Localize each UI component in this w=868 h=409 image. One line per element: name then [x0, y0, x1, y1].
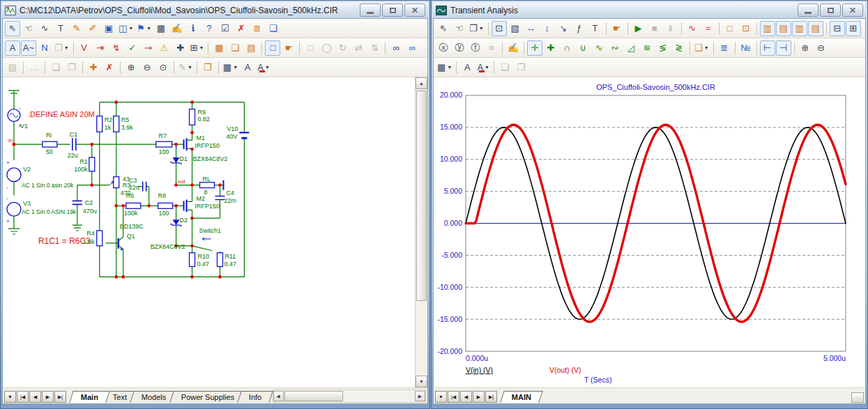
numeric-output-button[interactable]: ≣ [717, 40, 732, 56]
ruler-toggle-button[interactable]: ▥ [792, 21, 807, 36]
resistor-r11[interactable] [217, 253, 222, 267]
capacitor-c3[interactable] [143, 182, 146, 192]
label-rl[interactable]: RL [203, 176, 211, 183]
horizontal-scale-mode-button[interactable]: ↔ [524, 21, 539, 36]
mosfet-m1[interactable] [184, 138, 187, 151]
select-graph-box-button[interactable]: ⊡ [738, 21, 754, 36]
source-v2[interactable] [7, 168, 21, 182]
find-component-button[interactable]: ∞ [388, 40, 404, 56]
go-to-inflection-button[interactable]: ≋ [639, 40, 655, 56]
paste-menu-button[interactable]: ❐▼ [468, 21, 485, 36]
copy-picture-button[interactable]: ❐▼ [53, 40, 70, 56]
tab-list-dropdown[interactable]: ▼ [4, 391, 16, 403]
label-m1-model[interactable]: IRFP150 [195, 142, 220, 149]
stop-button-button[interactable]: ■ [647, 21, 662, 36]
send-to-back-button[interactable]: ❐ [513, 60, 528, 75]
select-mode-button[interactable]: ⇖ [436, 21, 451, 36]
pin-connections-toggle-button[interactable]: ⊸ [141, 40, 156, 56]
label-r4[interactable]: R4 [86, 230, 94, 237]
wire-mode-button[interactable]: ∿ [37, 21, 52, 36]
pan-mode-button[interactable]: ☜ [21, 21, 36, 36]
go-to-high-button[interactable]: ∿ [591, 40, 607, 56]
grid-pattern-button[interactable]: ▦▼ [436, 60, 453, 75]
vertical-scale-mode-button[interactable]: ↕ [540, 21, 555, 36]
label-c2[interactable]: C2 [85, 199, 93, 206]
label-q1[interactable]: Q1 [127, 233, 135, 240]
tab-main[interactable]: Main [69, 391, 110, 403]
capacitor-c4[interactable] [215, 196, 224, 199]
component-menu-button[interactable]: ◫▼ [117, 21, 135, 36]
minimize-button[interactable] [360, 3, 381, 17]
label-r10-value[interactable]: 0.47 [197, 261, 209, 268]
label-r11-value[interactable]: 0.47 [224, 261, 236, 268]
prev-page-button[interactable]: ◀ [29, 391, 41, 403]
label-v3[interactable]: V3 [23, 200, 31, 207]
label-r6-value[interactable]: 100k [124, 210, 138, 217]
node-numbers-toggle-button[interactable]: N [37, 40, 52, 56]
resistor-r10[interactable] [190, 253, 195, 267]
zoom-out-button[interactable]: ⊖ [814, 40, 829, 56]
label-d1[interactable]: D1 [180, 155, 188, 162]
delete-page-button[interactable]: ✗ [102, 60, 117, 75]
capacitor-c2[interactable] [73, 201, 82, 204]
region-list-button[interactable]: ≣ [250, 21, 265, 36]
warning-display-toggle-button[interactable]: ⚠ [157, 40, 172, 56]
text-mode-button[interactable]: T [53, 21, 68, 36]
vertical-scroll-track[interactable] [416, 302, 427, 376]
current-display-toggle-button[interactable]: ⇥ [93, 40, 108, 56]
bring-to-front-button[interactable]: ❏ [497, 60, 512, 75]
label-r9-value[interactable]: 0.82 [198, 116, 210, 123]
edit-notes-button[interactable]: ❏ [266, 21, 281, 36]
label-r5[interactable]: R5 [121, 116, 129, 123]
animate-curve-2-button[interactable]: ≈ [701, 21, 716, 36]
label-c4[interactable]: C4 [226, 190, 234, 197]
label-v2-source[interactable]: AC 1 Sin 0 asin 20k [22, 182, 74, 189]
sheet-info-toggle-button[interactable]: ▤ [243, 40, 259, 56]
grid-toggle-button[interactable]: ⊞▼ [189, 40, 206, 56]
label-d1-model[interactable]: BZX84C8V2 [193, 155, 228, 162]
label-v2[interactable]: V2 [23, 166, 31, 173]
plus-mark-toggle-button[interactable]: ▤ [808, 21, 823, 36]
scroll-right-button[interactable]: ▶ [415, 391, 425, 401]
next-page-button[interactable]: ▶ [473, 391, 485, 403]
help-mode-button[interactable]: ? [201, 21, 217, 36]
zoom-full-button[interactable]: ⊙ [155, 60, 171, 75]
box-region-tool-button[interactable]: □ [303, 40, 318, 56]
properties-dialog-button[interactable]: ☛ [281, 40, 296, 56]
scroll-down-button[interactable]: ▼ [416, 376, 427, 387]
condition-display-toggle-button[interactable]: ✓ [125, 40, 140, 56]
point-tag-mode-button[interactable]: ↘ [556, 21, 571, 36]
x-axis-settings-button[interactable]: ⓧ [436, 40, 451, 56]
resistor-r7[interactable] [156, 141, 172, 147]
y-axis-settings-button[interactable]: ⓨ [452, 40, 467, 56]
cursor-prev-point-button[interactable]: ✚ [543, 40, 558, 56]
tokens-toggle-button[interactable]: ▤ [776, 21, 791, 36]
resistor-rl[interactable] [200, 183, 215, 188]
schematic-sheet[interactable]: -+ +- -+ V1 .DEFINE ASIN 20M in Ri 50 C1… [3, 77, 415, 387]
legend-v-in-v-[interactable]: V(in) (V) [466, 366, 493, 374]
font-color-button[interactable]: A▼ [475, 60, 491, 75]
label-c1[interactable]: C1 [70, 131, 77, 138]
cursor-right-select-button[interactable]: ⊣ [776, 40, 791, 56]
go-to-valley-button[interactable]: ∪ [575, 40, 591, 56]
cursor-next-point-button[interactable]: ✛ [527, 40, 542, 56]
resistor-ri[interactable] [43, 141, 57, 147]
tab-list-dropdown[interactable]: ▼ [435, 391, 447, 403]
label-r10[interactable]: R10 [198, 253, 209, 260]
envelope-display-button[interactable]: ≷ [671, 40, 687, 56]
label-d2-model[interactable]: BZX84C8V2 [151, 243, 185, 250]
run-button-button[interactable]: ▶ [631, 21, 646, 36]
tab-power-supplies[interactable]: Power Supplies [169, 391, 246, 403]
spreadsheet-view-button[interactable]: ▦ [153, 21, 169, 36]
label-c3[interactable]: C3 [129, 177, 137, 184]
zoom-out-button[interactable]: ⊖ [139, 60, 155, 75]
schematic-horizontal-scrollbar[interactable]: ◀ ▶ [273, 389, 426, 403]
scale-mode-button[interactable]: ⊡ [492, 21, 507, 36]
copy-to-clipboard-button[interactable]: ❑▼ [693, 40, 710, 56]
zener-d1[interactable] [173, 157, 180, 163]
go-to-slope-button[interactable]: ◿ [623, 40, 639, 56]
capacitor-c1[interactable] [73, 138, 76, 151]
resistor-r5[interactable] [114, 116, 119, 132]
label-v3-source[interactable]: AC 1 Sin 0 ASIN 19k [22, 208, 77, 215]
label-node-out[interactable]: out [178, 178, 186, 185]
